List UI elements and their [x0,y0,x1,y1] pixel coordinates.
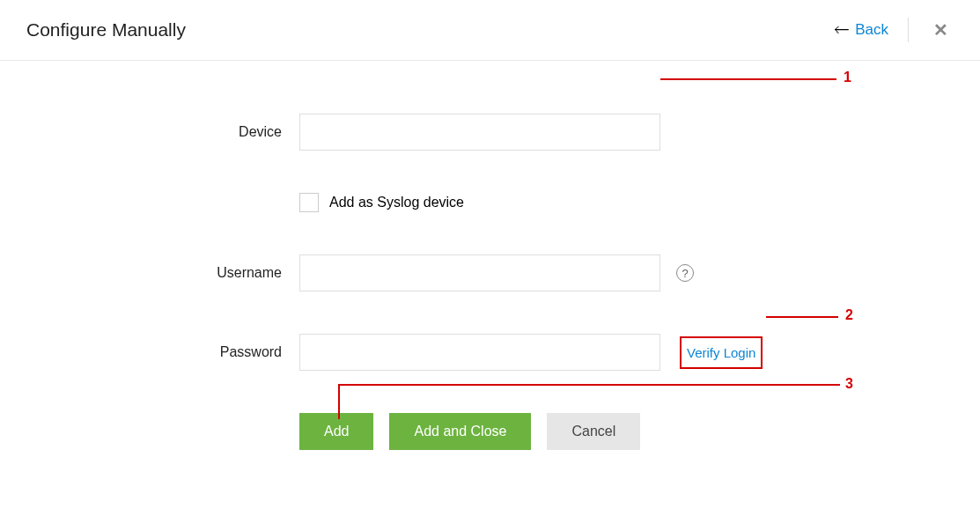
back-label: Back [855,21,888,39]
help-icon[interactable]: ? [676,264,694,282]
page-title: Configure Manually [26,19,186,41]
add-button[interactable]: Add [299,413,373,450]
username-input[interactable] [299,254,660,291]
password-input[interactable] [299,334,660,371]
header-divider [908,18,909,42]
verify-login-link[interactable]: Verify Login [680,336,763,369]
close-icon[interactable]: ✕ [928,16,954,44]
syslog-checkbox-label: Add as Syslog device [329,195,464,210]
device-label: Device [0,124,299,140]
syslog-checkbox[interactable] [299,193,319,212]
form-area: Device Add as Syslog device Username ? P… [0,61,980,450]
password-label: Password [0,344,299,360]
device-input[interactable] [299,114,660,151]
add-and-close-button[interactable]: Add and Close [389,413,531,450]
cancel-button[interactable]: Cancel [547,413,640,450]
annotation-1: 1 [844,70,851,85]
back-link[interactable]: 🡐 Back [834,21,888,40]
button-row: Add Add and Close Cancel [299,413,980,450]
username-label: Username [0,265,299,281]
header-actions: 🡐 Back ✕ [834,16,954,44]
annotation-2: 2 [845,307,853,323]
annotation-3: 3 [845,376,853,392]
back-arrow-icon: 🡐 [834,21,850,40]
